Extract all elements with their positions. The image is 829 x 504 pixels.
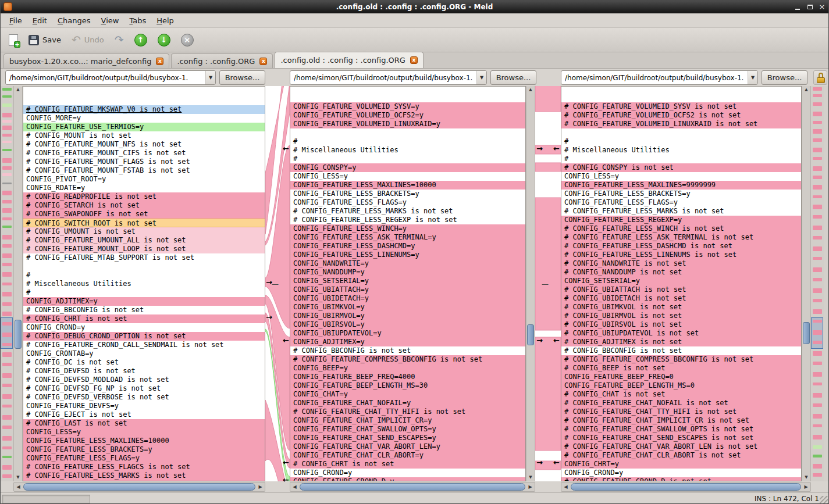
code-line[interactable]: CONFIG_CROND=y — [561, 469, 801, 477]
code-line[interactable]: # CONFIG_FEATURE_LESS_FLAGCS is not set — [23, 463, 265, 471]
code-line[interactable]: # CONFIG_LAST is not set — [23, 419, 265, 428]
code-line[interactable]: # CONFIG_CHRT is not set — [290, 460, 525, 469]
menu-edit[interactable]: Edit — [27, 15, 52, 27]
code-line[interactable]: CONFIG_FEATURE_LESS_MAXLINES=9999999 — [561, 181, 801, 190]
diffmap-chunk-mark[interactable] — [813, 87, 822, 91]
next-change-button[interactable]: ↓ — [154, 31, 174, 49]
diffmap-chunk-mark[interactable] — [2, 113, 12, 117]
diffmap-chunk-mark[interactable] — [813, 455, 822, 457]
code-line[interactable]: CONFIG_NANDWRITE=y — [290, 259, 525, 268]
code-line[interactable]: CONFIG_FEATURE_LESS_MAXLINES=10000 — [23, 437, 265, 445]
code-line[interactable]: # CONFIG_FEATURE_LESS_REGEXP is not set — [290, 216, 525, 224]
diffmap-chunk-mark[interactable] — [2, 343, 12, 346]
diffmap-chunk-mark[interactable] — [2, 405, 12, 408]
diffmap-chunk-mark[interactable] — [2, 158, 12, 163]
diffmap-chunk-mark[interactable] — [813, 129, 822, 134]
code-line[interactable]: # CONFIG_SETARCH is not set — [23, 201, 265, 210]
code-line[interactable]: # CONFIG_FEATURE_MOUNT_FLAGS is not set — [23, 158, 265, 166]
diffmap-chunk-mark[interactable] — [813, 226, 822, 230]
left-pane-vscrollbar[interactable]: ▲ ▼ — [13, 86, 23, 481]
diffmap-chunk-mark[interactable] — [813, 157, 822, 160]
diffmap-chunk-mark[interactable] — [813, 236, 822, 240]
code-line[interactable]: CONFIG_CRONTAB=y — [23, 349, 265, 358]
diffmap-chunk-mark[interactable] — [2, 426, 12, 429]
file-path-combo-right[interactable]: /home/simon/GIT/buildroot/output/build/b… — [561, 70, 758, 85]
diffmap-chunk-mark[interactable] — [2, 235, 12, 240]
push-change-right-arrow[interactable]: → — [536, 337, 543, 344]
diffmap-chunk-mark[interactable] — [2, 415, 12, 420]
diffmap-chunk-mark[interactable] — [813, 330, 822, 335]
new-comparison-button[interactable]: + — [5, 32, 22, 48]
scrollbar-thumb[interactable] — [803, 322, 810, 344]
scroll-left-icon[interactable]: ◀ — [290, 482, 299, 491]
pane-config[interactable]: CONFIG_FEATURE_VOLUMEID_SYSV=yCONFIG_FEA… — [290, 86, 526, 481]
diffmap-chunk-mark[interactable] — [2, 88, 12, 91]
code-line[interactable]: # CONFIG_FEATURE_MOUNT_FSTAB is not set — [23, 166, 265, 175]
scroll-down-icon[interactable]: ▼ — [802, 474, 810, 481]
code-line[interactable] — [290, 128, 525, 137]
code-line[interactable]: # CONFIG_UBIATTACH is not set — [561, 285, 801, 294]
code-line[interactable]: # CONFIG_FEATURE_COMPRESS_BBCONFIG is no… — [290, 355, 525, 364]
diffmap-chunk-mark[interactable] — [813, 445, 822, 449]
code-line[interactable]: # CONFIG_DC is not set — [23, 358, 265, 367]
code-line[interactable]: CONFIG_PIVOT_ROOT=y — [23, 175, 265, 184]
code-line[interactable]: # CONFIG_FEATURE_CHAT_VAR_ABORT_LEN is n… — [561, 442, 801, 451]
code-line[interactable]: CONFIG_FEATURE_BEEP_LENGTH_MS=0 — [561, 381, 801, 390]
diffmap-chunk-mark[interactable] — [813, 166, 822, 171]
diffmap-chunk-mark[interactable] — [2, 166, 12, 170]
code-line[interactable]: # CONFIG_BBCONFIG is not set — [23, 306, 265, 314]
push-change-left-arrow[interactable]: ← — [283, 145, 289, 152]
code-line[interactable]: # CONFIG_FEATURE_CHAT_NOFAIL is not set — [561, 399, 801, 408]
redo-button[interactable]: ↷ — [111, 32, 127, 48]
code-line[interactable]: CONFIG_CHAT=y — [290, 390, 525, 399]
scroll-down-icon[interactable]: ▼ — [14, 474, 22, 481]
code-line[interactable]: # — [23, 271, 265, 280]
diffmap-chunk-mark[interactable] — [813, 138, 822, 142]
code-line[interactable]: CONFIG_FEATURE_CHAT_SEND_ESCAPES=y — [290, 434, 525, 442]
code-line[interactable]: # — [290, 155, 525, 163]
code-line[interactable]: CONFIG_FEATURE_LESS_LINENUMS=y — [290, 251, 525, 259]
diffmap-chunk-mark[interactable] — [2, 120, 12, 123]
minimize-button[interactable] — [793, 2, 802, 12]
diffmap-chunk-mark[interactable] — [2, 95, 12, 98]
code-line[interactable]: # CONFIG_FEATURE_CROND_D is not set — [561, 477, 801, 481]
scrollbar-thumb[interactable] — [15, 320, 22, 349]
diffmap-chunk-mark[interactable] — [2, 253, 12, 258]
code-line[interactable]: # CONFIG_UBIDETACH is not set — [561, 294, 801, 303]
code-line[interactable]: # CONFIG_FEATURE_MOUNT_LOOP is not set — [23, 245, 265, 253]
code-line[interactable]: # CONFIG_FEATURE_MOUNT_CIFS is not set — [23, 149, 265, 158]
diffmap-chunk-mark[interactable] — [2, 302, 12, 306]
diffmap-chunk-mark[interactable] — [813, 320, 822, 323]
tab-close-icon[interactable]: x — [156, 58, 163, 65]
diffmap-chunk-mark[interactable] — [813, 267, 822, 272]
diffmap-chunk-mark[interactable] — [2, 217, 12, 220]
diffmap-chunk-mark[interactable] — [813, 299, 822, 302]
code-line[interactable]: CONFIG_LESS=y — [561, 172, 801, 181]
code-line[interactable]: # CONFIG_FEATURE_CHAT_IMPLICIT_CR is not… — [561, 416, 801, 425]
code-line[interactable]: # CONFIG_DEVFSD_VERBOSE is not set — [23, 393, 265, 402]
code-line[interactable]: # CONFIG_SWAPONOFF is not set — [23, 210, 265, 219]
code-line[interactable]: # Miscellaneous Utilities — [23, 280, 265, 288]
code-line[interactable]: # CONFIG_FEATURE_LESS_MARKS is not set — [561, 207, 801, 216]
browse-button-left[interactable]: Browse... — [219, 70, 265, 85]
code-line[interactable]: # CONFIG_FEATURE_CHAT_SWALLOW_OPTS is no… — [561, 425, 801, 434]
code-line[interactable]: CONFIG_FEATURE_VOLUMEID_OCFS2=y — [290, 111, 525, 120]
diffmap-chunk-mark[interactable] — [813, 473, 822, 477]
diffmap-chunk-mark[interactable] — [813, 185, 822, 190]
code-line[interactable]: # CONFIG_SWITCH_ROOT is not set — [23, 219, 265, 227]
code-line[interactable]: # — [23, 288, 265, 297]
code-line[interactable]: CONFIG_FEATURE_VOLUMEID_LINUXRAID=y — [290, 120, 525, 128]
code-line[interactable]: # CONFIG_FEATURE_CHAT_TTY_HIFI is not se… — [290, 408, 525, 416]
diffmap-chunk-mark[interactable] — [2, 103, 12, 107]
push-change-left-arrow[interactable]: ← — [553, 337, 560, 344]
code-line[interactable]: # CONFIG_FEATURE_VOLUMEID_LINUXRAID is n… — [561, 120, 801, 128]
code-line[interactable]: # CONFIG_FEATURE_VOLUMEID_OCFS2 is not s… — [561, 111, 801, 120]
diffmap-chunk-mark[interactable] — [2, 456, 12, 458]
browse-button-right[interactable]: Browse... — [762, 70, 807, 85]
menu-tabs[interactable]: Tabs — [124, 15, 151, 27]
code-line[interactable]: CONFIG_FEATURE_BEEP_LENGTH_MS=30 — [290, 381, 525, 390]
code-line[interactable]: CONFIG_FEATURE_LESS_BRACKETS=y — [561, 190, 801, 198]
code-line[interactable]: CONFIG_FEATURE_CHAT_NOFAIL=y — [290, 399, 525, 408]
code-line[interactable]: CONFIG_FEATURE_LESS_DASHCMD=y — [290, 242, 525, 251]
code-line[interactable]: CONFIG_SETSERIAL=y — [290, 277, 525, 285]
